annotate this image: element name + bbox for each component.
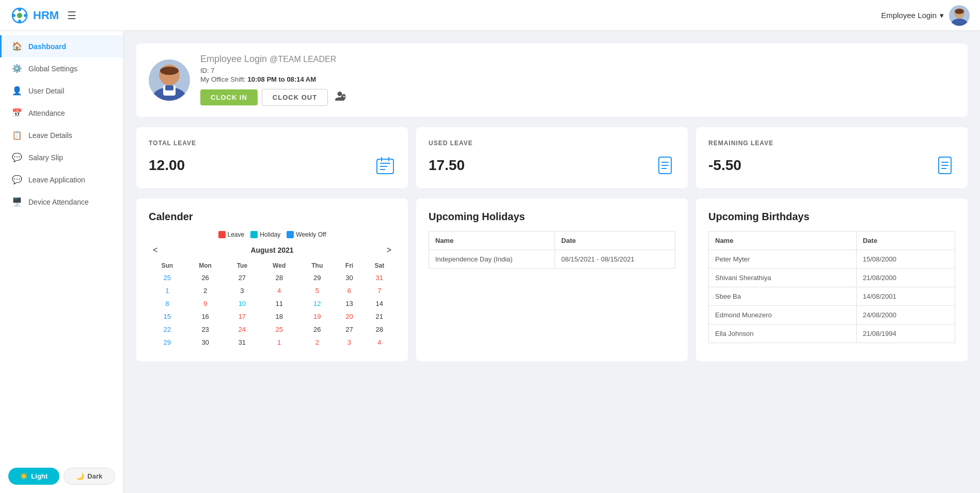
sidebar-item-leave-application[interactable]: 💬 Leave Application [0, 168, 123, 191]
calendar-day[interactable]: 29 [299, 271, 335, 284]
sidebar-item-device-attendance[interactable]: 🖥️ Device Attendance [0, 191, 123, 213]
calendar-card: Calender Leave Holiday Weekly Off [136, 198, 408, 361]
sidebar-item-salary-slip[interactable]: 💬 Salary Slip [0, 146, 123, 168]
calendar-day[interactable]: 18 [259, 310, 299, 323]
holidays-table: Name Date Independence Day (India)08/15/… [429, 231, 675, 269]
calendar-day[interactable]: 27 [335, 323, 363, 336]
calendar-day[interactable]: 25 [259, 323, 299, 336]
sidebar-item-attendance[interactable]: 📅 Attendance [0, 102, 123, 124]
calendar-day[interactable]: 14 [363, 297, 396, 310]
calendar-day[interactable]: 23 [186, 323, 225, 336]
sidebar-label-user-detail: User Detail [28, 87, 64, 95]
legend-leave-dot [218, 231, 226, 238]
calendar-day[interactable]: 1 [149, 284, 186, 297]
calendar-day[interactable]: 4 [363, 336, 396, 349]
calendar-day[interactable]: 20 [335, 310, 363, 323]
calendar-day[interactable]: 31 [363, 271, 396, 284]
calendar-day[interactable]: 29 [149, 336, 186, 349]
birthday-date: 21/08/1994 [856, 325, 955, 343]
calendar-day[interactable]: 26 [186, 271, 225, 284]
sidebar-label-global-settings: Global Settings [28, 65, 77, 73]
clock-in-button[interactable]: CLOCK IN [200, 89, 258, 105]
menu-icon[interactable]: ☰ [67, 9, 76, 22]
calendar-table: Sun Mon Tue Wed Thu Fri Sat 252627282930… [149, 260, 396, 349]
user-settings-icon [334, 90, 345, 102]
calendar-day[interactable]: 27 [225, 271, 259, 284]
calendar-day[interactable]: 17 [225, 310, 259, 323]
theme-light-button[interactable]: ☀️ Light [8, 468, 59, 485]
calendar-day[interactable]: 9 [186, 297, 225, 310]
birthday-row: Edmond Munezero24/08/2000 [709, 306, 955, 325]
total-leave-label: TOTAL LEAVE [149, 140, 396, 147]
sidebar-label-leave-details: Leave Details [28, 131, 72, 140]
holidays-col-name: Name [429, 232, 555, 250]
sidebar-label-salary-slip: Salary Slip [28, 153, 63, 162]
sidebar-item-leave-details[interactable]: 📋 Leave Details [0, 124, 123, 146]
theme-dark-label: Dark [87, 472, 102, 480]
calendar-day[interactable]: 16 [186, 310, 225, 323]
holiday-date: 08/15/2021 - 08/15/2021 [555, 250, 675, 269]
legend-leave: Leave [218, 231, 245, 238]
birthday-name: Sbee Ba [709, 287, 857, 306]
svg-rect-15 [165, 85, 173, 90]
remaining-leave-value: -5.50 [708, 157, 741, 174]
calendar-day[interactable]: 12 [299, 297, 335, 310]
cal-header-fri: Fri [335, 260, 363, 271]
birthday-row: Shivani Sherathiya21/08/2000 [709, 269, 955, 287]
calendar-day[interactable]: 31 [225, 336, 259, 349]
sidebar-item-dashboard[interactable]: 🏠 Dashboard [0, 35, 123, 57]
calendar-day[interactable]: 26 [299, 323, 335, 336]
sidebar-item-user-detail[interactable]: 👤 User Detail [0, 80, 123, 102]
calendar-day[interactable]: 2 [186, 284, 225, 297]
topnav: HRM ☰ Employee Login ▾ [0, 0, 980, 31]
calendar-day[interactable]: 30 [186, 336, 225, 349]
profile-card: Employee Login @TEAM LEADER ID: 7 My Off… [136, 43, 968, 117]
moon-icon: 🌙 [76, 472, 84, 480]
logo-icon [10, 6, 29, 25]
svg-point-3 [18, 20, 21, 23]
calendar-prev-button[interactable]: < [149, 244, 162, 256]
calendar-day[interactable]: 8 [149, 297, 186, 310]
calendar-day[interactable]: 5 [299, 284, 335, 297]
used-leave-value-row: 17.50 [429, 155, 675, 176]
calendar-day[interactable]: 28 [363, 323, 396, 336]
user-dropdown-label: Employee Login [881, 11, 937, 20]
calendar-day[interactable]: 1 [259, 336, 299, 349]
profile-avatar-image [149, 59, 190, 101]
calendar-day[interactable]: 10 [225, 297, 259, 310]
calendar-day[interactable]: 2 [299, 336, 335, 349]
calendar-day[interactable]: 3 [225, 284, 259, 297]
calendar-day[interactable]: 19 [299, 310, 335, 323]
calendar-day[interactable]: 11 [259, 297, 299, 310]
profile-settings-button[interactable] [332, 88, 347, 106]
dropdown-arrow-icon: ▾ [940, 11, 944, 20]
birthday-name: Ella Johnson [709, 325, 857, 343]
legend-holiday: Holiday [250, 231, 280, 238]
calendar-day[interactable]: 15 [149, 310, 186, 323]
profile-shift: My Office Shift: 10:08 PM to 08:14 AM [200, 75, 955, 83]
theme-dark-button[interactable]: 🌙 Dark [64, 468, 116, 485]
calendar-day[interactable]: 13 [335, 297, 363, 310]
calendar-nav: < August 2021 > [149, 244, 396, 256]
avatar-image [949, 5, 970, 26]
user-dropdown[interactable]: Employee Login ▾ [881, 11, 944, 20]
calendar-day[interactable]: 28 [259, 271, 299, 284]
calendar-day[interactable]: 22 [149, 323, 186, 336]
calendar-day[interactable]: 25 [149, 271, 186, 284]
profile-role: @TEAM LEADER [270, 55, 336, 64]
topnav-left: HRM ☰ [10, 6, 76, 25]
calendar-day[interactable]: 21 [363, 310, 396, 323]
calendar-next-button[interactable]: > [383, 244, 396, 256]
birthday-date: 15/08/2000 [856, 250, 955, 269]
calendar-day[interactable]: 30 [335, 271, 363, 284]
calendar-day[interactable]: 3 [335, 336, 363, 349]
calendar-day[interactable]: 4 [259, 284, 299, 297]
clock-out-button[interactable]: CLOCK OUT [262, 89, 328, 106]
birthdays-card: Upcoming Birthdays Name Date Peter Myter… [696, 198, 968, 361]
holidays-title: Upcoming Holidays [429, 211, 675, 223]
cal-header-sat: Sat [363, 260, 396, 271]
calendar-day[interactable]: 7 [363, 284, 396, 297]
calendar-day[interactable]: 24 [225, 323, 259, 336]
calendar-day[interactable]: 6 [335, 284, 363, 297]
sidebar-item-global-settings[interactable]: ⚙️ Global Settings [0, 57, 123, 80]
